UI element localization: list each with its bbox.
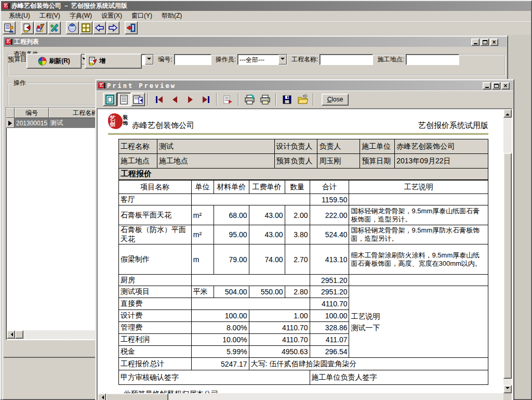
add-button[interactable]: 增 (85, 54, 142, 69)
nav-first-icon (154, 94, 165, 105)
table-cell: 95.00 (214, 225, 249, 244)
toolbar-button-export[interactable] (21, 21, 34, 34)
view-100-icon (118, 94, 129, 105)
paint-brush-icon (36, 23, 46, 33)
table-cell: 4110.70 (249, 322, 310, 334)
operator-combobox[interactable]: ---全部--- (237, 54, 287, 65)
quotation-table: 项目名称单位材料单价工费单价数量合计工艺说明客厅1159.50石膏板平面天花m²… (118, 180, 488, 385)
site-input[interactable] (406, 54, 459, 65)
refresh-button[interactable]: 刷新(R) (26, 54, 82, 69)
printer-setup-button[interactable] (242, 93, 257, 106)
view-page-width-button[interactable] (131, 93, 145, 106)
fan-icon (68, 23, 77, 33)
arrow-left-icon (95, 23, 104, 33)
table-cell: 税金 (119, 346, 192, 358)
app-icon: 艺 (98, 82, 105, 89)
main-window-title: 赤峰艺创装饰公司 － 艺创报价系统试用版 (11, 2, 127, 10)
toolbar-button-window[interactable] (79, 21, 92, 34)
table-cell: 2013年09月22日 (395, 154, 488, 169)
scroll-down-button[interactable] (503, 385, 512, 393)
toolbar-button-tools[interactable] (48, 21, 61, 34)
table-cell: 411.07 (310, 334, 349, 346)
save-button[interactable] (279, 93, 295, 106)
table-cell: 合计 (310, 180, 349, 194)
nav-last-icon (201, 94, 211, 105)
preview-hscrollbar[interactable] (98, 393, 503, 400)
menu-window[interactable]: 窗口(Y) (127, 10, 157, 21)
table-cell: 43.00 (249, 225, 285, 244)
table-cell: 测试项目 (119, 286, 192, 298)
table-cell (349, 194, 488, 205)
scroll-up-button[interactable] (503, 109, 512, 118)
code-input[interactable] (174, 54, 211, 65)
maximize-button[interactable] (481, 38, 489, 46)
toolbar-button-next[interactable] (107, 21, 119, 34)
arrow-right-icon (108, 23, 118, 33)
project-name-input[interactable] (320, 54, 373, 65)
table-cell: 国标轻钢龙骨骨架，9.5mm厚防水石膏板饰面，造型另计。 (349, 225, 488, 244)
close-button[interactable]: × (501, 82, 510, 89)
maximize-button[interactable] (492, 82, 500, 89)
nav-next-button[interactable] (182, 93, 198, 106)
dropdown-arrow-icon[interactable] (278, 55, 287, 64)
table-cell: 296.54 (310, 346, 349, 358)
toolbar-button-system[interactable] (3, 21, 16, 34)
table-cell: 赤峰艺创装饰公司 (395, 139, 488, 154)
view-whole-page-button[interactable] (103, 93, 117, 106)
menu-dictionary[interactable]: 字典(W) (65, 10, 97, 21)
preview-close-button[interactable]: Close (322, 94, 349, 106)
minimize-button[interactable] (483, 82, 491, 89)
dropdown-arrow-icon[interactable] (145, 55, 153, 64)
table-cell: 222.00 (310, 205, 349, 225)
table-cell: 预算日期 (360, 154, 395, 169)
table-cell: m² (191, 205, 214, 225)
quotation-document: 艺创 装饰 赤峰艺创装饰公司 艺创报价系统试用版 工程名称测试设计负责人负责人施… (104, 113, 488, 393)
print-button[interactable] (257, 93, 273, 106)
table-cell: m (191, 244, 214, 275)
minimize-button[interactable] (471, 38, 480, 46)
table-cell: 设计费 (119, 310, 192, 322)
scroll-thumb[interactable] (106, 393, 168, 400)
page-export-icon (22, 23, 32, 33)
add-button-label: 增 (99, 57, 105, 66)
preview-titlebar: 艺 Print Preview × (97, 81, 513, 91)
cell-code[interactable]: 201300015 (15, 118, 49, 128)
nav-first-button[interactable] (151, 93, 167, 106)
table-cell: 平米 (191, 286, 214, 298)
close-button[interactable]: × (490, 38, 498, 46)
table-cell: 100.00 (191, 310, 249, 322)
menu-project[interactable]: 工程(V) (35, 10, 65, 21)
toolbar-button-exit[interactable] (125, 21, 138, 34)
scroll-left-button[interactable] (98, 393, 106, 400)
save-floppy-icon (282, 94, 292, 105)
table-cell: 5.99% (191, 346, 249, 358)
table-cell: 工费单价 (249, 180, 285, 194)
table-cell: 施工单位负责人签字 (310, 370, 488, 385)
table-cell: 施工单位 (360, 139, 395, 154)
nav-last-button[interactable] (198, 93, 214, 106)
scroll-thumb[interactable] (503, 153, 512, 379)
toolbar-button-prev[interactable] (93, 21, 106, 34)
scroll-thumb[interactable] (15, 330, 23, 339)
window-grid-icon (81, 23, 91, 33)
view-100-button[interactable] (117, 93, 131, 106)
menu-settings[interactable]: 设置(X) (97, 10, 127, 21)
menu-help[interactable]: 帮助(Z) (157, 10, 187, 21)
table-cell: 8.00% (191, 322, 249, 334)
menu-system[interactable]: 系统(U) (4, 10, 35, 21)
open-button[interactable] (295, 93, 310, 106)
table-cell: 客厅 (119, 194, 192, 205)
goto-page-button[interactable] (220, 93, 235, 106)
table-cell: 工程利润 (119, 334, 192, 346)
preview-vscrollbar[interactable] (503, 109, 512, 393)
nav-prev-button[interactable] (167, 93, 182, 106)
grid-col-code[interactable]: 编号 (15, 108, 49, 118)
refresh-pie-icon (38, 57, 47, 66)
table-cell: 测试 (157, 139, 274, 154)
scroll-left-button[interactable] (7, 330, 15, 339)
table-cell: 负责人 (317, 139, 360, 154)
toolbar-button-brush[interactable] (34, 21, 47, 34)
table-cell: 单位 (191, 180, 214, 194)
table-cell: 直接费 (119, 298, 192, 310)
toolbar-button-fan[interactable] (66, 21, 79, 34)
